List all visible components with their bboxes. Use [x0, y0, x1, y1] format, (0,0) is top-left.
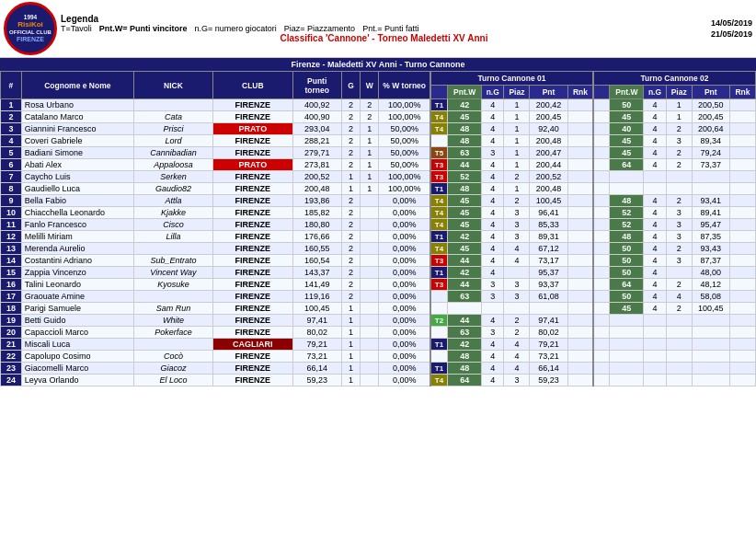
table-row: 15Zappia VincenzoVincent WayFIRENZE143,3… — [1, 267, 756, 279]
legend-ng: n.G= numero giocatori — [195, 24, 277, 33]
table-row: 18Parigi SamueleSam RunFIRENZE100,4510,0… — [1, 303, 756, 315]
tc1-rnk: Rnk — [567, 86, 593, 99]
tc2-tag — [593, 86, 610, 99]
table-row: 19Betti GuidoWhiteFIRENZE97,4110,00%T244… — [1, 315, 756, 327]
table-row: 13Merenda AurelioFIRENZE160,5520,00%T445… — [1, 243, 756, 255]
date-end: 21/05/2019 — [711, 29, 752, 39]
table-row: 22Capolupo CosimoCocòFIRENZE73,2110,00%4… — [1, 351, 756, 363]
table-row: 21Miscali LucaCAGLIARI79,2110,00%T142447… — [1, 339, 756, 351]
table-row: 5Badiani SimoneCannibadianFIRENZE279,712… — [1, 147, 756, 159]
main-table: # Cognome e Nome NICK CLUB Punti torneo … — [0, 71, 756, 386]
table-row: 24Leyva OrlandoEl LocoFIRENZE59,2310,00%… — [1, 375, 756, 386]
tc2-ng: n.G — [644, 86, 666, 99]
col-w: W — [361, 72, 379, 99]
tc2-rnk: Rnk — [729, 86, 755, 99]
legend-pntw: Pnt.W= Punti vincitore — [99, 24, 188, 33]
table-row: 23Giacomelli MarcoGiacozFIRENZE66,1410,0… — [1, 363, 756, 375]
table-row: 7Caycho LuisSerkenFIRENZE200,5211100,00%… — [1, 171, 756, 183]
tc2-pntw: Pnt.W — [610, 86, 644, 99]
logo: 1994 RisiKoi OFFICIAL CLUB FIRENZE — [4, 2, 57, 55]
date-start: 14/05/2019 — [711, 18, 752, 28]
table-row: 20Capaccioli MarcoPokerfaceFIRENZE80,021… — [1, 327, 756, 339]
legend-block: Legenda T=Tavoli Pnt.W= Punti vincitore … — [61, 14, 707, 43]
table-row: 6Abati AlexAppaloosaPRATO273,812150,00%T… — [1, 159, 756, 171]
col-pos: # — [1, 72, 22, 99]
col-club: CLUB — [213, 72, 292, 99]
tc1-pnt: Pnt — [530, 86, 567, 99]
table-row: 9Bella FabioAttlaFIRENZE193,8620,00%T445… — [1, 195, 756, 207]
tc1-tag — [430, 86, 448, 99]
legend-pnt: Pnt.= Punti fatti — [362, 24, 418, 33]
top-bar: 1994 RisiKoi OFFICIAL CLUB FIRENZE Legen… — [0, 0, 756, 58]
dates-block: 14/05/2019 21/05/2019 — [711, 18, 752, 39]
table-row: 17Graouate AmineFIRENZE119,1620,00%63336… — [1, 291, 756, 303]
table-row: 14Costantini AdrianoSub_EntratoFIRENZE16… — [1, 255, 756, 267]
table-row: 12Melilli MiriamLillaFIRENZE176,6620,00%… — [1, 231, 756, 243]
legend-items: T=Tavoli Pnt.W= Punti vincitore n.G= num… — [61, 24, 707, 33]
col-ptorneo: % W torneo — [379, 72, 430, 99]
table-row: 11Fanlo FrancescoCiscoFIRENZE180,8020,00… — [1, 219, 756, 231]
legend-title: Legenda — [61, 14, 707, 24]
table-row: 2Catalano MarcoCataFIRENZE400,9022100,00… — [1, 111, 756, 123]
table-row: 1Rosa UrbanoFIRENZE400,9222100,00%T14241… — [1, 99, 756, 111]
col-cognome: Cognome e Nome — [21, 72, 133, 99]
tc2-piaz: Piaz — [666, 86, 692, 99]
col-turno2: Turno Cannone 02 — [593, 72, 755, 86]
table-row: 10Chiacchella LeonardoKjakkeFIRENZE185,8… — [1, 207, 756, 219]
main-title: Classifica 'Cannone' - Torneo Maledetti … — [61, 33, 707, 43]
table-row: 8Gaudiello LucaGaudio82FIRENZE200,481110… — [1, 183, 756, 195]
tc1-ng: n.G — [482, 86, 504, 99]
table-row: 4Coveri GabrieleLordFIRENZE288,212150,00… — [1, 135, 756, 147]
sub-header: Firenze - Maledetti XV Anni - Turno Cann… — [0, 58, 756, 71]
tc2-pnt: Pnt — [692, 86, 729, 99]
tc1-pntw: Pnt.W — [448, 86, 482, 99]
legend-t: T=Tavoli — [61, 24, 92, 33]
table-row: 16Talini LeonardoKyosukeFIRENZE141,4920,… — [1, 279, 756, 291]
col-punti: Punti torneo — [292, 72, 341, 99]
col-g: G — [341, 72, 360, 99]
col-turno1: Turno Cannone 01 — [430, 72, 593, 86]
header-row-1: # Cognome e Nome NICK CLUB Punti torneo … — [1, 72, 756, 86]
table-row: 3Giannini FrancescoPrisciPRATO293,042150… — [1, 123, 756, 135]
col-nick: NICK — [133, 72, 212, 99]
legend-piaz: Piaz= Piazzamento — [284, 24, 355, 33]
tc1-piaz: Piaz — [504, 86, 530, 99]
